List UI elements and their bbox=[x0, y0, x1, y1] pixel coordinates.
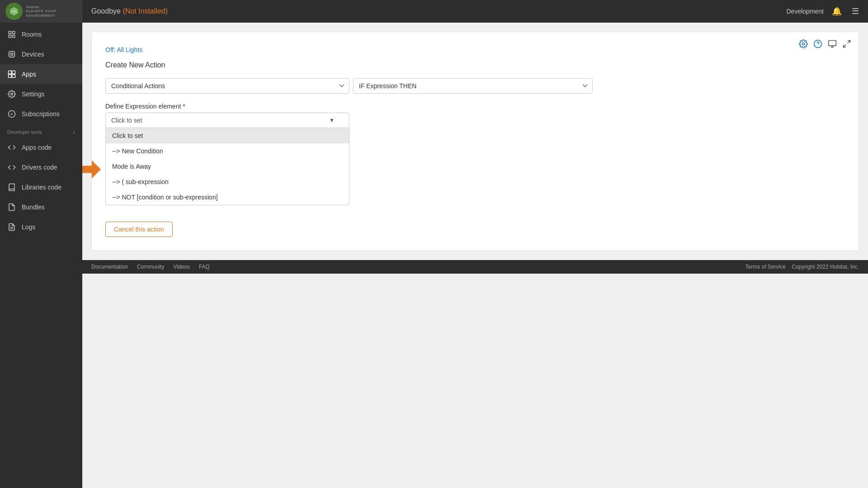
logs-icon bbox=[7, 223, 16, 232]
sidebar-label-drivers-code: Drivers code bbox=[22, 164, 57, 171]
bundle-icon bbox=[7, 203, 16, 212]
svg-rect-1 bbox=[13, 31, 15, 33]
svg-point-10 bbox=[11, 93, 13, 95]
expression-option-new-condition[interactable]: --> New Condition bbox=[106, 143, 349, 159]
sidebar-label-apps: Apps bbox=[22, 71, 36, 78]
logo-icon bbox=[5, 3, 23, 20]
svg-point-14 bbox=[802, 43, 805, 45]
sidebar-label-rooms: Rooms bbox=[22, 31, 42, 38]
check-circle-icon bbox=[7, 109, 16, 118]
svg-marker-22 bbox=[82, 161, 101, 179]
code-icon-drivers bbox=[7, 163, 16, 172]
sidebar-label-settings: Settings bbox=[22, 90, 45, 98]
grid-icon bbox=[7, 30, 16, 39]
gear-button[interactable] bbox=[799, 39, 808, 51]
sidebar-item-libraries-code[interactable]: Libraries code bbox=[0, 177, 82, 197]
sidebar-label-devices: Devices bbox=[22, 51, 44, 58]
footer-right: Terms of Service Copyright 2022 Hubitat,… bbox=[745, 264, 859, 270]
svg-rect-7 bbox=[12, 71, 15, 74]
main-layout: Rooms Devices Apps Settings Subscription bbox=[0, 23, 868, 488]
user-icon[interactable]: ☰ bbox=[850, 5, 861, 18]
environment-label: Development bbox=[787, 8, 824, 15]
sidebar-label-libraries-code: Libraries code bbox=[22, 184, 61, 191]
svg-rect-9 bbox=[12, 75, 15, 78]
code-icon-apps bbox=[7, 143, 16, 152]
footer-link-community[interactable]: Community bbox=[137, 264, 165, 270]
app-status: (Not Installed) bbox=[123, 7, 168, 15]
cancel-action-button[interactable]: Cancel this action bbox=[105, 222, 173, 237]
content-toolbar bbox=[799, 39, 851, 51]
sidebar-item-subscriptions[interactable]: Subscriptions bbox=[0, 104, 82, 124]
content-card: Off: All Lights Create New Action Condit… bbox=[91, 32, 859, 251]
expression-option-click-to-set[interactable]: Click to set bbox=[106, 128, 349, 143]
sidebar-label-logs: Logs bbox=[22, 223, 35, 231]
action-type-dropdown[interactable]: Conditional Actions bbox=[105, 78, 349, 94]
sidebar-item-apps-code[interactable]: Apps code bbox=[0, 137, 82, 157]
cpu-icon bbox=[7, 50, 16, 59]
logo-area: Hubitat ELEVATE YOUR ENVIRONMENT bbox=[0, 0, 82, 23]
sidebar-label-bundles: Bundles bbox=[22, 204, 45, 211]
arrow-annotation bbox=[82, 161, 101, 183]
footer-link-videos[interactable]: Videos bbox=[173, 264, 189, 270]
expression-type-dropdown[interactable]: IF Expression THEN bbox=[353, 78, 593, 94]
svg-rect-0 bbox=[9, 31, 11, 33]
expression-dropdown-container: Click to set ▼ Click to set --> New Cond… bbox=[105, 113, 349, 205]
sidebar-item-rooms[interactable]: Rooms bbox=[0, 24, 82, 44]
expand-button[interactable] bbox=[842, 39, 851, 51]
help-button[interactable] bbox=[813, 39, 822, 51]
svg-rect-5 bbox=[11, 53, 13, 56]
section-title: Create New Action bbox=[105, 61, 845, 69]
footer-copyright: Copyright 2022 Hubitat, Inc. bbox=[792, 264, 859, 270]
dropdowns-row: Conditional Actions IF Expression THEN bbox=[105, 78, 845, 94]
expression-label: Define Expression element * bbox=[105, 103, 845, 110]
apps-icon bbox=[7, 70, 16, 79]
chevron-down-icon: ▼ bbox=[329, 117, 335, 123]
sidebar-item-bundles[interactable]: Bundles bbox=[0, 197, 82, 217]
svg-rect-8 bbox=[9, 75, 12, 78]
logo-text: Hubitat ELEVATE YOUR ENVIRONMENT bbox=[26, 5, 76, 18]
sidebar-item-drivers-code[interactable]: Drivers code bbox=[0, 157, 82, 177]
sidebar-item-apps[interactable]: Apps bbox=[0, 64, 82, 84]
footer: Documentation Community Videos FAQ Terms… bbox=[82, 260, 868, 274]
sidebar-item-devices[interactable]: Devices bbox=[0, 44, 82, 64]
sidebar-label-subscriptions: Subscriptions bbox=[22, 110, 60, 118]
svg-line-21 bbox=[844, 45, 846, 47]
monitor-button[interactable] bbox=[828, 39, 837, 51]
topbar-right: Development 🔔 ☰ bbox=[787, 5, 868, 18]
expression-option-mode-is-away[interactable]: Mode is Away bbox=[106, 159, 349, 174]
sidebar-item-logs[interactable]: Logs bbox=[0, 217, 82, 237]
notifications-icon[interactable]: 🔔 bbox=[830, 5, 844, 18]
collapse-devtools-button[interactable]: ‹ bbox=[73, 128, 75, 136]
svg-rect-3 bbox=[13, 35, 15, 38]
library-icon bbox=[7, 183, 16, 192]
sidebar: Rooms Devices Apps Settings Subscription bbox=[0, 23, 82, 488]
topbar: Hubitat ELEVATE YOUR ENVIRONMENT Goodbye… bbox=[0, 0, 868, 23]
svg-rect-6 bbox=[9, 71, 12, 74]
svg-rect-2 bbox=[9, 35, 11, 38]
expression-dropdown-trigger[interactable]: Click to set ▼ bbox=[105, 113, 349, 128]
content-area: Off: All Lights Create New Action Condit… bbox=[82, 23, 868, 488]
expression-dropdown-list: Click to set --> New Condition Mode is A… bbox=[105, 128, 349, 205]
settings-icon bbox=[7, 90, 16, 99]
sidebar-item-settings[interactable]: Settings bbox=[0, 84, 82, 104]
app-title: Goodbye (Not Installed) bbox=[82, 7, 787, 15]
footer-link-documentation[interactable]: Documentation bbox=[91, 264, 128, 270]
expression-option-not-condition[interactable]: --> NOT [condition or sub-expression] bbox=[106, 190, 349, 205]
breadcrumb[interactable]: Off: All Lights bbox=[105, 46, 142, 53]
sidebar-label-apps-code: Apps code bbox=[22, 144, 52, 151]
svg-rect-17 bbox=[829, 41, 836, 46]
svg-line-20 bbox=[848, 41, 850, 43]
expression-form-group: Define Expression element * Click to set… bbox=[105, 103, 845, 205]
developer-tools-label: Developer tools ‹ bbox=[0, 124, 82, 137]
footer-terms[interactable]: Terms of Service bbox=[745, 264, 786, 270]
svg-rect-4 bbox=[9, 52, 14, 57]
expression-option-sub-expression[interactable]: --> ( sub-expression bbox=[106, 174, 349, 190]
footer-link-faq[interactable]: FAQ bbox=[199, 264, 210, 270]
